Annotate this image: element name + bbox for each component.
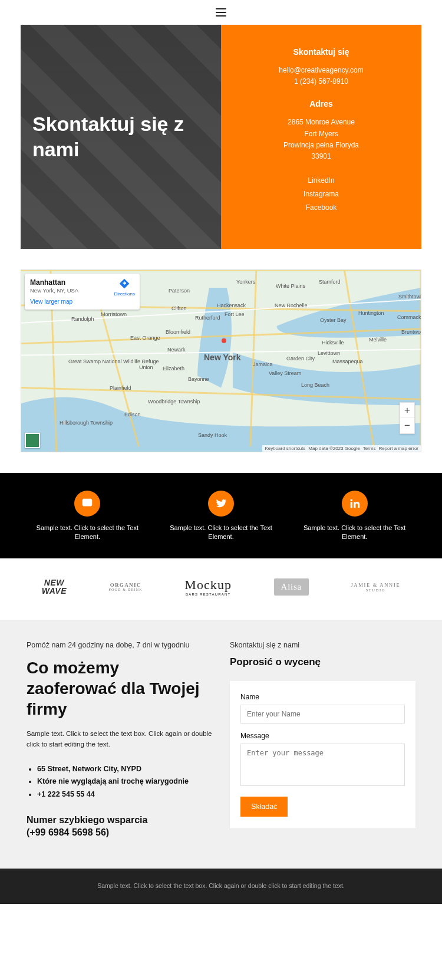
map-label: Huntington: [358, 310, 384, 316]
brand-logo-newwave: NEWWAVE: [42, 578, 67, 595]
map-label: Massapequa: [332, 359, 363, 364]
map-label: Plainfield: [110, 385, 131, 391]
address-heading: Adres: [238, 99, 405, 108]
offer-section: Pomóż nam 24 godziny na dobę, 7 dni w ty…: [0, 620, 442, 869]
contact-email[interactable]: hello@creativeagency.com: [238, 65, 405, 76]
hero-title: Skontaktuj się z nami: [32, 111, 209, 162]
offer-subhead: Pomóż nam 24 godziny na dobę, 7 dni w ty…: [27, 641, 212, 649]
map-label: White Plains: [276, 283, 305, 289]
svg-point-1: [222, 338, 226, 343]
offer-list-item: +1 222 545 55 44: [37, 788, 212, 801]
social-link-linkedin[interactable]: LinkedIn: [238, 174, 405, 188]
map-footer-item: Map data ©2023 Google: [308, 446, 359, 451]
social-item-twitter: Sample text. Click to select the Text El…: [154, 491, 288, 542]
form-subhead: Skontaktuj się z nami: [230, 641, 415, 649]
social-item-youtube: Sample text. Click to select the Text El…: [21, 491, 154, 542]
directions-icon: [118, 278, 130, 290]
map-label: Jamaica: [253, 361, 273, 367]
map-directions-label: Directions: [114, 291, 135, 297]
contact-card: Skontaktuj się hello@creativeagency.com …: [221, 25, 421, 249]
map-label: Bloomfield: [166, 329, 190, 335]
brand-logo-jamieannie: JAMIE & ANNIE STUDIO: [351, 582, 400, 592]
map-label-newyork: New York: [204, 353, 241, 362]
map-label: Stamford: [319, 279, 341, 285]
map-label: Levittown: [318, 350, 340, 356]
map-footer-item[interactable]: Report a map error: [378, 446, 418, 451]
message-label: Message: [240, 732, 405, 740]
map-label: Woodbridge Township: [148, 399, 200, 405]
brand-logo-mockup: Mockup BARS RESTAURANT: [184, 577, 232, 596]
map-attribution: Keyboard shortcuts Map data ©2023 Google…: [262, 445, 421, 452]
submit-button[interactable]: Składać: [240, 797, 288, 817]
address-line: 2865 Monroe Avenue: [238, 117, 405, 128]
contact-form: Name Message Składać: [230, 681, 415, 828]
social-link-instagram[interactable]: Instagrama: [238, 188, 405, 201]
map-label: Elizabeth: [163, 366, 184, 371]
page-footer: Sample text. Click to select the text bo…: [0, 869, 442, 904]
map-label: East Orange: [130, 335, 160, 341]
map-label: Yonkers: [236, 279, 255, 285]
map-label: New Rochelle: [275, 302, 308, 308]
map-label: Hillsborough Township: [60, 420, 113, 426]
map-label: Clifton: [171, 305, 187, 311]
map-label: Randolph: [71, 316, 94, 322]
map-info-card: Directions Manhattan New York, NY, USA V…: [25, 274, 140, 310]
name-input[interactable]: [240, 705, 405, 724]
map-label: Hicksville: [322, 340, 344, 346]
offer-text-block: Pomóż nam 24 godziny na dobę, 7 dni w ty…: [27, 641, 212, 839]
offer-list: 65 Street, Network City, NYPD Które nie …: [37, 763, 212, 801]
social-item-text: Sample text. Click to select the Text El…: [293, 524, 415, 542]
map-directions[interactable]: Directions: [114, 278, 135, 297]
offer-description: Sample text. Click to select the text bo…: [27, 729, 212, 750]
map-embed[interactable]: YonkersPatersonStamfordCliftonHackensack…: [21, 269, 421, 452]
message-input[interactable]: [240, 744, 405, 786]
map-footer-item[interactable]: Terms: [363, 446, 376, 451]
map-label: Great Swamp National Wildlife Refuge: [68, 359, 159, 364]
map-label: Smithtown: [398, 294, 421, 300]
address-line: 33901: [238, 151, 405, 162]
address-line: Prowincja pełna Floryda: [238, 140, 405, 151]
map-label: Long Beach: [301, 382, 329, 388]
map-zoom-controls: + −: [400, 402, 415, 434]
map-label: Edison: [124, 412, 141, 417]
map-satellite-thumb[interactable]: [25, 433, 40, 448]
contact-heading: Skontaktuj się: [238, 47, 405, 57]
map-label: Commack: [397, 314, 421, 320]
map-label: Newark: [167, 347, 186, 353]
brand-strip: NEWWAVE ORGANIC FOOD & DRINK Mockup BARS…: [0, 558, 442, 620]
form-title: Poprosić o wycenę: [230, 656, 415, 668]
map-label: Melville: [369, 337, 387, 343]
page-header: [0, 0, 442, 25]
offer-list-item: Które nie wyglądają ani trochę wiarygodn…: [37, 775, 212, 788]
map-label: Sandy Hook: [198, 432, 227, 438]
map-label: Rutherford: [195, 315, 220, 321]
map-zoom-out[interactable]: −: [400, 418, 414, 433]
offer-title: Co możemy zaoferować dla Twojej firmy: [27, 657, 212, 719]
twitter-icon[interactable]: [208, 491, 234, 517]
social-item-text: Sample text. Click to select the Text El…: [27, 524, 149, 542]
map-label: Valley Stream: [269, 370, 301, 376]
social-link-facebook[interactable]: Facebook: [238, 201, 405, 215]
map-label: Bayonne: [188, 376, 209, 382]
map-label: Hackensack: [217, 302, 246, 308]
support-label: Numer szybkiego wsparcia: [27, 814, 212, 827]
name-label: Name: [240, 693, 405, 701]
map-view-larger-link[interactable]: View larger map: [30, 298, 134, 305]
hero-image-panel: Skontaktuj się z nami: [21, 25, 221, 249]
map-footer-item[interactable]: Keyboard shortcuts: [265, 446, 305, 451]
youtube-icon[interactable]: [74, 491, 100, 517]
social-strip: Sample text. Click to select the Text El…: [0, 473, 442, 559]
hero-section: Skontaktuj się z nami Skontaktuj się hel…: [21, 25, 421, 249]
offer-list-item: 65 Street, Network City, NYPD: [37, 763, 212, 775]
map-label: Paterson: [169, 288, 190, 294]
map-label: Brentwood: [401, 329, 421, 335]
footer-text: Sample text. Click to select the text bo…: [97, 882, 345, 889]
menu-icon[interactable]: [216, 8, 226, 17]
contact-phone[interactable]: 1 (234) 567-8910: [238, 76, 405, 87]
map-label: Morristown: [101, 311, 127, 317]
linkedin-icon[interactable]: [342, 491, 368, 517]
map-label: Oyster Bay: [320, 317, 347, 323]
social-item-text: Sample text. Click to select the Text El…: [160, 524, 282, 542]
address-line: Fort Myers: [238, 129, 405, 140]
map-zoom-in[interactable]: +: [400, 403, 414, 418]
